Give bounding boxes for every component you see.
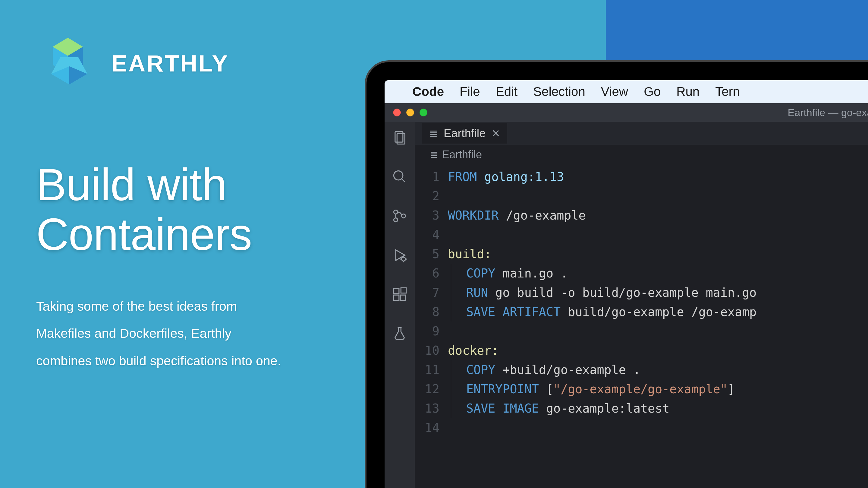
hero-content: EARTHLY Build with Containers Taking som… xyxy=(36,36,307,374)
tab-label: Earthfile xyxy=(444,127,486,140)
laptop-frame: Code File Edit Selection View Go Run Ter… xyxy=(365,60,868,488)
code-line[interactable]: build: xyxy=(448,244,868,264)
editor-body: ≣ Earthfile ✕ ≣ Earthfile 12345678910111… xyxy=(384,122,868,488)
line-number: 8 xyxy=(415,302,439,321)
code-line[interactable]: FROM golang:1.13 xyxy=(448,167,868,186)
svg-rect-22 xyxy=(401,288,406,293)
activity-bar xyxy=(384,122,415,488)
menu-run[interactable]: Run xyxy=(676,84,700,99)
svg-rect-21 xyxy=(400,295,405,300)
run-debug-icon[interactable] xyxy=(391,247,408,264)
line-number: 11 xyxy=(415,360,439,379)
code-line[interactable]: RUN go build -o build/go-example main.go xyxy=(448,283,868,302)
close-window-icon[interactable] xyxy=(393,109,401,116)
traffic-lights xyxy=(393,109,427,116)
line-number: 5 xyxy=(415,244,439,264)
code-line[interactable]: ENTRYPOINT ["/go-example/go-example"] xyxy=(448,379,868,399)
line-number: 7 xyxy=(415,283,439,302)
subtext: Taking some of the best ideas from Makef… xyxy=(36,292,289,374)
menu-file[interactable]: File xyxy=(460,84,480,99)
code-line[interactable]: COPY +build/go-example . xyxy=(448,360,868,379)
line-number: 10 xyxy=(415,341,439,360)
line-number: 6 xyxy=(415,264,439,283)
logo-row: EARTHLY xyxy=(36,36,307,90)
svg-point-10 xyxy=(394,210,398,214)
testing-icon[interactable] xyxy=(391,325,408,342)
maximize-window-icon[interactable] xyxy=(420,109,427,116)
close-tab-icon[interactable]: ✕ xyxy=(492,127,500,139)
svg-line-9 xyxy=(402,179,405,182)
line-number: 4 xyxy=(415,225,439,244)
code-line[interactable] xyxy=(448,186,868,206)
menu-edit[interactable]: Edit xyxy=(496,84,518,99)
menu-go[interactable]: Go xyxy=(644,84,661,99)
tab-row: ≣ Earthfile ✕ xyxy=(415,122,868,145)
svg-point-12 xyxy=(402,214,406,218)
code-line[interactable] xyxy=(448,225,868,244)
brand-name: EARTHLY xyxy=(112,50,229,77)
code-line[interactable]: WORKDIR /go-example xyxy=(448,206,868,225)
gutter: 1234567891011121314 xyxy=(415,167,448,437)
menu-view[interactable]: View xyxy=(601,84,628,99)
search-icon[interactable] xyxy=(391,168,408,185)
code-line[interactable]: docker: xyxy=(448,341,868,360)
line-number: 3 xyxy=(415,206,439,225)
code-line[interactable] xyxy=(448,418,868,437)
menu-app-name[interactable]: Code xyxy=(412,84,444,99)
breadcrumb-file-icon: ≣ xyxy=(430,149,438,161)
editor-main: ≣ Earthfile ✕ ≣ Earthfile 12345678910111… xyxy=(415,122,868,488)
code-line[interactable]: COPY main.go . xyxy=(448,264,868,283)
svg-point-14 xyxy=(402,257,406,261)
line-number: 14 xyxy=(415,418,439,437)
minimize-window-icon[interactable] xyxy=(406,109,414,116)
window-title: Earthfile — go-exan xyxy=(788,107,868,118)
line-number: 12 xyxy=(415,379,439,399)
extensions-icon[interactable] xyxy=(391,286,408,303)
code-line[interactable] xyxy=(448,321,868,341)
explorer-icon[interactable] xyxy=(391,129,408,146)
breadcrumb[interactable]: ≣ Earthfile xyxy=(415,145,868,165)
menu-terminal[interactable]: Tern xyxy=(715,84,740,99)
mac-menubar: Code File Edit Selection View Go Run Ter… xyxy=(384,80,868,103)
source-control-icon[interactable] xyxy=(391,207,408,224)
line-number: 1 xyxy=(415,167,439,186)
svg-rect-20 xyxy=(394,295,399,300)
code-content[interactable]: FROM golang:1.13WORKDIR /go-examplebuild… xyxy=(448,167,868,437)
svg-point-8 xyxy=(394,171,403,180)
tab-earthfile[interactable]: ≣ Earthfile ✕ xyxy=(422,123,507,144)
svg-rect-19 xyxy=(394,289,399,294)
code-area[interactable]: 1234567891011121314 FROM golang:1.13WORK… xyxy=(415,165,868,437)
file-icon: ≣ xyxy=(429,127,438,139)
line-number: 2 xyxy=(415,186,439,206)
code-line[interactable]: SAVE IMAGE go-example:latest xyxy=(448,399,868,418)
menu-selection[interactable]: Selection xyxy=(533,84,585,99)
code-line[interactable]: SAVE ARTIFACT build/go-example /go-examp xyxy=(448,302,868,321)
breadcrumb-label: Earthfile xyxy=(442,148,482,161)
earthly-logo-icon xyxy=(36,36,99,90)
window-titlebar: Earthfile — go-exan xyxy=(384,103,868,122)
headline: Build with Containers xyxy=(36,160,307,259)
svg-point-11 xyxy=(394,218,398,222)
line-number: 13 xyxy=(415,399,439,418)
line-number: 9 xyxy=(415,321,439,341)
